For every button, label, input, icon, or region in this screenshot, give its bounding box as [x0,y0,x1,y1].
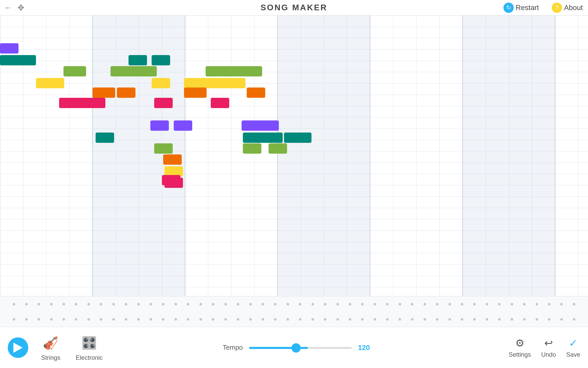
grid-area[interactable] [0,15,588,327]
percussion-dot[interactable] [269,303,281,306]
percussion-dot[interactable] [132,318,144,321]
tempo-slider[interactable] [249,347,352,349]
instrument-electronic[interactable]: 🎛️ Electronic [76,334,103,361]
percussion-dot[interactable] [257,318,269,321]
percussion-dot[interactable] [45,303,57,306]
percussion-dot[interactable] [182,303,194,306]
percussion-dot[interactable] [294,303,306,306]
percussion-dot[interactable] [543,318,555,321]
percussion-dot[interactable] [568,303,580,306]
percussion-dot[interactable] [45,318,57,321]
percussion-dot[interactable] [82,303,95,306]
percussion-dot[interactable] [107,318,120,321]
percussion-dot[interactable] [381,303,393,306]
percussion-dot[interactable] [20,318,32,321]
percussion-dot[interactable] [157,318,169,321]
about-button[interactable]: ? About [547,1,588,15]
percussion-dot[interactable] [344,303,356,306]
percussion-dot[interactable] [506,318,518,321]
percussion-dot[interactable] [406,303,418,306]
percussion-dot[interactable] [331,303,344,306]
percussion-dot[interactable] [555,318,568,321]
percussion-dot[interactable] [207,303,219,306]
percussion-dot[interactable] [257,303,269,306]
percussion-dot[interactable] [493,303,506,306]
percussion-dot[interactable] [33,303,45,306]
percussion-dot[interactable] [530,303,543,306]
percussion-dot[interactable] [145,318,157,321]
percussion-dot[interactable] [369,303,381,306]
percussion-dot[interactable] [120,318,132,321]
settings-button[interactable]: ⚙ Settings [509,337,531,358]
percussion-dot[interactable] [356,303,369,306]
percussion-dot[interactable] [394,303,406,306]
percussion-dot[interactable] [282,303,294,306]
percussion-dot[interactable] [182,318,194,321]
percussion-dot[interactable] [244,318,256,321]
percussion-dot[interactable] [319,318,331,321]
percussion-dot[interactable] [58,303,70,306]
percussion-dot[interactable] [120,303,132,306]
grid-canvas[interactable] [0,15,588,327]
restart-button[interactable]: ↻ Restart [498,1,544,15]
move-icon[interactable]: ✥ [17,3,24,13]
percussion-dot[interactable] [331,318,344,321]
percussion-dot[interactable] [132,303,144,306]
percussion-dot[interactable] [555,303,568,306]
percussion-dot[interactable] [219,318,232,321]
percussion-dot[interactable] [244,303,256,306]
percussion-dot[interactable] [232,303,244,306]
play-button[interactable] [8,337,28,358]
percussion-dot[interactable] [82,318,95,321]
instrument-strings[interactable]: 🎻 Strings [41,334,60,361]
percussion-dot[interactable] [20,303,32,306]
percussion-dot[interactable] [518,303,530,306]
percussion-dot[interactable] [107,303,120,306]
percussion-dot[interactable] [232,318,244,321]
percussion-dot[interactable] [518,318,530,321]
percussion-dot[interactable] [568,318,580,321]
percussion-dot[interactable] [406,318,418,321]
undo-button[interactable]: ↩ Undo [541,337,556,358]
back-button[interactable]: ← [4,3,12,12]
percussion-row-1[interactable] [8,296,580,312]
percussion-dot[interactable] [319,303,331,306]
percussion-dot[interactable] [493,318,506,321]
percussion-dot[interactable] [157,303,169,306]
percussion-dot[interactable] [418,303,431,306]
percussion-dot[interactable] [145,303,157,306]
percussion-dot[interactable] [170,318,182,321]
percussion-dot[interactable] [418,318,431,321]
percussion-dot[interactable] [443,303,456,306]
percussion-dot[interactable] [307,303,319,306]
percussion-dot[interactable] [481,318,493,321]
percussion-dot[interactable] [294,318,306,321]
percussion-dot[interactable] [456,318,468,321]
percussion-dot[interactable] [207,318,219,321]
percussion-dot[interactable] [58,318,70,321]
percussion-dot[interactable] [481,303,493,306]
percussion-dot[interactable] [456,303,468,306]
save-button[interactable]: ✓ Save [566,337,580,358]
percussion-dot[interactable] [394,318,406,321]
percussion-dot[interactable] [307,318,319,321]
percussion-dot[interactable] [468,318,481,321]
percussion-dot[interactable] [344,318,356,321]
percussion-area[interactable] [0,296,588,327]
percussion-dot[interactable] [269,318,281,321]
percussion-dot[interactable] [33,318,45,321]
percussion-dot[interactable] [8,318,20,321]
percussion-dot[interactable] [381,318,393,321]
percussion-dot[interactable] [468,303,481,306]
percussion-dot[interactable] [219,303,232,306]
percussion-dot[interactable] [543,303,555,306]
percussion-dot[interactable] [431,303,443,306]
percussion-dot[interactable] [443,318,456,321]
percussion-dot[interactable] [195,303,207,306]
percussion-dot[interactable] [356,318,369,321]
percussion-dot[interactable] [530,318,543,321]
percussion-dot[interactable] [95,303,107,306]
percussion-dot[interactable] [506,303,518,306]
percussion-dot[interactable] [70,303,82,306]
percussion-dot[interactable] [431,318,443,321]
